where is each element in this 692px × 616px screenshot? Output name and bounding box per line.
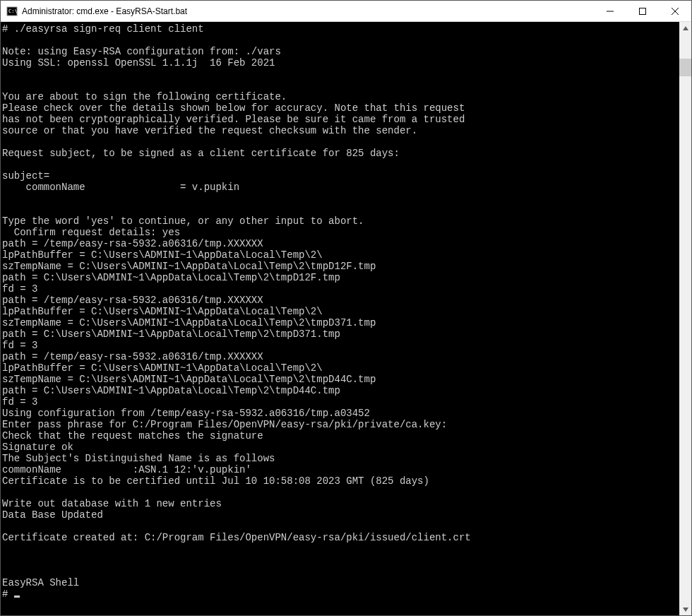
scroll-thumb[interactable] bbox=[679, 59, 691, 76]
titlebar[interactable]: C:\ Administrator: cmd.exe - EasyRSA-Sta… bbox=[1, 1, 691, 22]
application-window: C:\ Administrator: cmd.exe - EasyRSA-Sta… bbox=[0, 0, 692, 616]
svg-rect-3 bbox=[640, 8, 646, 14]
scrollbar[interactable] bbox=[679, 22, 691, 615]
scroll-up-button[interactable] bbox=[679, 22, 691, 34]
terminal-area: # ./easyrsa sign-req client client Note:… bbox=[1, 22, 691, 615]
scroll-track[interactable] bbox=[679, 34, 691, 603]
maximize-button[interactable] bbox=[626, 1, 659, 21]
scroll-down-button[interactable] bbox=[679, 603, 691, 615]
svg-marker-6 bbox=[683, 26, 688, 30]
window-controls bbox=[594, 1, 691, 21]
window-title: Administrator: cmd.exe - EasyRSA-Start.b… bbox=[22, 6, 594, 16]
svg-text:C:\: C:\ bbox=[8, 8, 18, 14]
cmd-icon: C:\ bbox=[6, 6, 18, 17]
svg-marker-7 bbox=[683, 608, 688, 612]
minimize-button[interactable] bbox=[594, 1, 626, 21]
close-button[interactable] bbox=[659, 1, 691, 21]
cursor bbox=[14, 596, 20, 598]
terminal-output[interactable]: # ./easyrsa sign-req client client Note:… bbox=[1, 22, 679, 615]
